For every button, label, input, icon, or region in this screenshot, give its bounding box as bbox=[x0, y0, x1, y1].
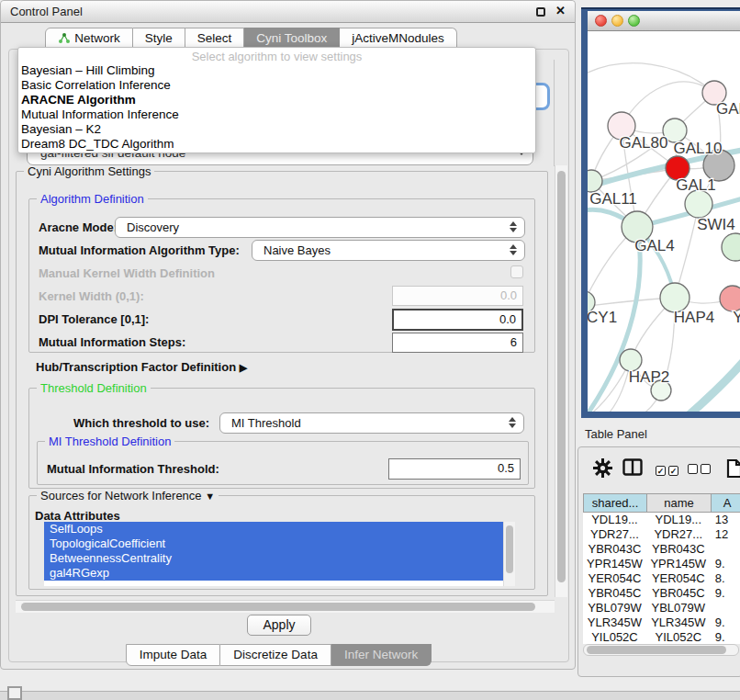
network-window-titlebar[interactable] bbox=[588, 11, 740, 31]
sources-title: Sources for Network Inference bbox=[40, 489, 202, 502]
scrollbar-thumb[interactable] bbox=[587, 646, 726, 654]
settings-scroll-area: Cyni Algorithm Settings Algorithm Defini… bbox=[14, 164, 568, 616]
group-title: Algorithm Definition bbox=[37, 192, 148, 206]
table-cell: 9. bbox=[711, 586, 740, 601]
tab-label: Select bbox=[197, 31, 232, 45]
aracne-mode-combobox[interactable]: Discovery bbox=[115, 217, 525, 238]
network-node[interactable] bbox=[722, 233, 740, 261]
scrollbar-thumb[interactable] bbox=[506, 525, 513, 573]
algorithm-option[interactable]: Mutual Information Inference bbox=[18, 107, 535, 122]
attribute-list-item-selected[interactable]: gal4RGexp bbox=[44, 566, 503, 581]
gear-icon[interactable] bbox=[593, 458, 612, 478]
table-horizontal-scrollbar[interactable] bbox=[583, 644, 739, 656]
hub-definition-toggle[interactable]: Hub/Transcription Factor Definition ▶ bbox=[36, 360, 247, 374]
data-attributes-list[interactable]: SelfLoopsTopologicalCoefficientBetweenne… bbox=[44, 522, 503, 586]
minimize-traffic-light-icon[interactable] bbox=[611, 15, 623, 27]
select-all-checkboxes-icon[interactable]: ✓✓ bbox=[656, 461, 681, 478]
tab-infer-network[interactable]: Infer Network bbox=[331, 644, 432, 666]
control-panel-titlebar[interactable]: Control Panel ✕ bbox=[1, 1, 575, 23]
table-cell: 9. bbox=[711, 630, 740, 644]
attribute-list-item-selected[interactable]: BetweennessCentrality bbox=[44, 551, 503, 566]
table-cell: YDL19... bbox=[646, 513, 711, 527]
dpi-tolerance-field[interactable]: 0.0 bbox=[392, 309, 523, 331]
table-toolbar: ✓✓ bbox=[578, 455, 740, 490]
network-node[interactable] bbox=[588, 170, 602, 192]
algorithm-option[interactable]: Dream8 DC_TDC Algorithm bbox=[18, 137, 535, 152]
table-cell: YDR27... bbox=[583, 527, 646, 542]
algorithm-option[interactable]: Bayesian – Hill Climbing bbox=[18, 63, 535, 78]
manual-kernel-checkbox[interactable] bbox=[510, 265, 523, 278]
tab-label: Cyni Toolbox bbox=[256, 31, 327, 45]
table-row[interactable]: YER054CYER054C8. bbox=[583, 571, 740, 586]
export-table-icon[interactable] bbox=[726, 458, 740, 479]
table-row[interactable]: YBL079WYBL079W bbox=[583, 601, 740, 615]
network-edge[interactable] bbox=[622, 82, 714, 126]
deselect-all-checkboxes-icon[interactable] bbox=[688, 461, 713, 478]
mi-threshold-value: 0.5 bbox=[498, 461, 514, 475]
network-node-label: HAP2 bbox=[629, 368, 669, 386]
network-canvas[interactable]: GALGAL80GAL10GAL1GAL11SWI4GAL4GCY1HAP4YH… bbox=[588, 31, 740, 412]
table-cell bbox=[711, 542, 740, 557]
column-view-icon[interactable] bbox=[622, 458, 643, 476]
column-header-name[interactable]: name bbox=[646, 493, 711, 513]
table-row[interactable]: YBR043CYBR043C bbox=[583, 542, 740, 557]
scrollbar-thumb[interactable] bbox=[557, 171, 566, 582]
table-cell: YER054C bbox=[583, 571, 646, 586]
close-traffic-light-icon[interactable] bbox=[595, 15, 607, 27]
network-node[interactable] bbox=[720, 286, 740, 311]
corner-button[interactable] bbox=[7, 686, 22, 700]
which-threshold-value: MI Threshold bbox=[231, 416, 301, 430]
network-edge[interactable] bbox=[588, 63, 714, 93]
attribute-list-item-selected[interactable]: TopologicalCoefficient bbox=[44, 536, 503, 551]
tab-discretize-data[interactable]: Discretize Data bbox=[220, 644, 331, 666]
table-cell: 8. bbox=[711, 571, 740, 586]
mi-threshold-field[interactable]: 0.5 bbox=[388, 458, 521, 480]
combo-spinner-icon bbox=[510, 221, 518, 232]
network-edge-thick[interactable] bbox=[663, 355, 740, 412]
settings-vertical-scrollbar[interactable] bbox=[555, 165, 567, 597]
sources-toggle[interactable]: Sources for Network Inference ▼ bbox=[37, 489, 219, 502]
close-window-icon[interactable]: ✕ bbox=[555, 4, 566, 17]
mi-steps-field[interactable]: 6 bbox=[392, 333, 523, 353]
tab-impute-data[interactable]: Impute Data bbox=[126, 644, 221, 666]
table-row[interactable]: YPR145WYPR145W9. bbox=[583, 557, 740, 571]
algorithm-dropdown-popup: Select algorithm to view settings Bayesi… bbox=[17, 47, 536, 153]
zoom-traffic-light-icon[interactable] bbox=[628, 15, 640, 27]
table-row[interactable]: YLR345WYLR345W9. bbox=[583, 615, 740, 630]
algorithm-option[interactable]: Bayesian – K2 bbox=[18, 122, 535, 137]
table-row[interactable]: YBR045CYBR045C9. bbox=[583, 586, 740, 601]
algorithm-option[interactable]: Basic Correlation Inference bbox=[18, 78, 535, 93]
group-title: Cyni Algorithm Settings bbox=[24, 164, 154, 178]
checked-box-icon: ✓ bbox=[656, 466, 666, 476]
table-row[interactable]: YDL19...YDL19...13 bbox=[583, 513, 740, 527]
mi-type-combobox[interactable]: Naive Bayes bbox=[252, 240, 525, 261]
aracne-mode-value: Discovery bbox=[127, 220, 179, 234]
table-row[interactable]: YIL052CYIL052C9. bbox=[583, 630, 740, 644]
network-node[interactable] bbox=[685, 190, 712, 218]
which-threshold-combobox[interactable]: MI Threshold bbox=[219, 412, 524, 434]
mi-steps-value: 6 bbox=[510, 335, 517, 349]
algorithm-option[interactable]: ARACNE Algorithm bbox=[18, 93, 535, 107]
hub-definition-label: Hub/Transcription Factor Definition bbox=[36, 360, 236, 374]
table-cell: YBR043C bbox=[646, 542, 711, 557]
settings-horizontal-scrollbar[interactable] bbox=[16, 600, 555, 613]
attribute-list-item-selected[interactable]: SelfLoops bbox=[44, 522, 503, 536]
float-window-icon[interactable] bbox=[536, 7, 545, 17]
scrollbar-thumb[interactable] bbox=[21, 603, 535, 611]
attribute-list-scrollbar[interactable] bbox=[503, 522, 515, 586]
combo-spinner-icon bbox=[510, 244, 518, 255]
bottom-panel-edge bbox=[0, 691, 740, 700]
kernel-width-label: Kernel Width (0,1): bbox=[39, 289, 144, 303]
table-cell: YBR045C bbox=[583, 586, 646, 601]
column-header-partial[interactable]: A bbox=[711, 493, 740, 513]
column-header-shared-name[interactable]: shared... bbox=[583, 493, 646, 513]
table-cell: YDL19... bbox=[583, 513, 646, 527]
apply-button[interactable]: Apply bbox=[247, 615, 311, 636]
table-cell: YDR27... bbox=[646, 527, 711, 542]
mi-steps-label: Mutual Information Steps: bbox=[39, 335, 185, 349]
table-row[interactable]: YDR27...YDR27...12 bbox=[583, 527, 740, 542]
network-graph[interactable]: GALGAL80GAL10GAL1GAL11SWI4GAL4GCY1HAP4YH… bbox=[588, 31, 740, 412]
kernel-width-field[interactable]: 0.0 bbox=[392, 286, 523, 306]
table-cell: YBL079W bbox=[583, 601, 646, 615]
table-panel: ✓✓ shared... name A YDL19...YDL19...13YD… bbox=[577, 446, 740, 677]
